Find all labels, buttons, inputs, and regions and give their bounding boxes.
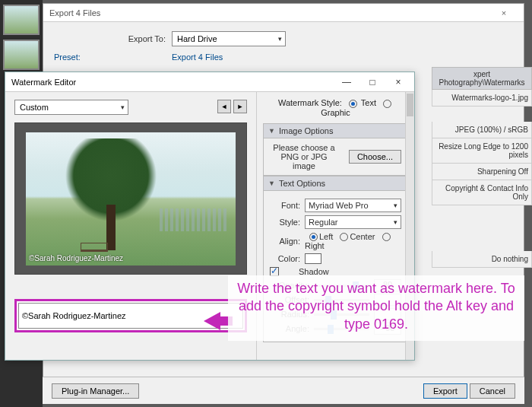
font-style-dropdown[interactable]: Regular▾ xyxy=(305,215,401,229)
align-left-label: Left xyxy=(319,232,333,241)
watermark-preview: ©Sarah Rodriguez-Martinez xyxy=(14,122,247,275)
thumbnail[interactable] xyxy=(3,40,40,70)
watermark-style-label: Watermark Style: xyxy=(278,98,342,107)
export-sharpen[interactable]: Sharpening Off xyxy=(432,164,532,180)
preview-next-button[interactable]: ► xyxy=(233,100,247,113)
export-to-label: Export To: xyxy=(54,34,172,43)
style-text-label: Text xyxy=(361,98,376,107)
preset-label: Preset: xyxy=(54,52,81,62)
files-count-label: Export 4 Files xyxy=(172,52,223,62)
export-close-button[interactable]: × xyxy=(490,8,518,17)
preview-photo: ©Sarah Rodriguez-Martinez xyxy=(26,132,236,266)
align-left-radio[interactable] xyxy=(309,233,318,241)
color-swatch[interactable] xyxy=(305,253,321,264)
annotation-arrow-icon xyxy=(204,312,220,330)
maximize-button[interactable]: □ xyxy=(359,77,385,87)
chevron-down-icon: ▾ xyxy=(394,202,397,209)
image-options-label: Image Options xyxy=(279,126,334,135)
export-to-dropdown[interactable]: Hard Drive ▾ xyxy=(172,31,286,46)
export-metadata[interactable]: Copyright & Contact Info Only xyxy=(432,180,532,205)
disclosure-triangle-icon: ▼ xyxy=(268,180,275,187)
watermark-title: Watermark Editor xyxy=(11,78,76,87)
plugin-manager-button[interactable]: Plug-in Manager... xyxy=(52,383,139,399)
text-options-label: Text Options xyxy=(279,179,325,188)
export-to-value: Hard Drive xyxy=(177,34,217,43)
export-title: Export 4 Files xyxy=(49,8,100,17)
image-hint: Please choose a PNG or JPG image xyxy=(270,143,338,170)
chevron-down-icon: ▾ xyxy=(394,218,397,226)
close-button[interactable]: × xyxy=(385,77,411,87)
font-style-label: Style: xyxy=(270,218,300,227)
export-filename[interactable]: Watermarks-logo-1.jpg xyxy=(432,90,532,107)
export-path: xpert Photography\Watermarks xyxy=(432,67,532,90)
watermark-titlebar: Watermark Editor — □ × xyxy=(5,72,414,92)
font-dropdown[interactable]: Myriad Web Pro▾ xyxy=(305,199,401,212)
export-resize[interactable]: Resize Long Edge to 1200 pixels xyxy=(432,138,532,164)
export-button[interactable]: Export xyxy=(423,383,467,399)
annotation-text: Write the text you want as watermark her… xyxy=(228,275,524,341)
export-postprocess[interactable]: Do nothing xyxy=(432,251,532,268)
chevron-down-icon: ▾ xyxy=(121,103,125,111)
align-center-label: Center xyxy=(350,232,375,241)
export-bottom-bar: Plug-in Manager... Export Cancel xyxy=(43,377,524,404)
chevron-down-icon: ▾ xyxy=(278,35,282,43)
thumbnail[interactable] xyxy=(3,5,40,35)
style-graphic-label: Graphic xyxy=(321,108,350,117)
watermark-preset-dropdown[interactable]: Custom ▾ xyxy=(14,100,128,115)
preview-watermark-text: ©Sarah Rodriguez-Martinez xyxy=(29,254,123,262)
align-center-radio[interactable] xyxy=(340,233,348,241)
color-label: Color: xyxy=(270,254,300,263)
font-value: Myriad Web Pro xyxy=(309,201,369,210)
export-summary-panel: xpert Photography\Watermarks Watermarks-… xyxy=(432,67,532,268)
align-label: Align: xyxy=(270,237,300,246)
align-right-label: Right xyxy=(305,241,325,250)
text-options-header[interactable]: ▼ Text Options xyxy=(263,176,408,191)
watermark-preset-value: Custom xyxy=(20,103,49,112)
export-titlebar: Export 4 Files × xyxy=(43,4,524,22)
choose-image-button[interactable]: Choose... xyxy=(349,150,401,164)
preview-prev-button[interactable]: ◄ xyxy=(217,100,231,113)
align-right-radio[interactable] xyxy=(382,233,391,241)
disclosure-triangle-icon: ▼ xyxy=(268,127,275,135)
minimize-button[interactable]: — xyxy=(334,77,359,87)
image-options-header[interactable]: ▼ Image Options xyxy=(263,123,408,138)
font-label: Font: xyxy=(270,201,300,210)
cancel-button[interactable]: Cancel xyxy=(470,383,515,399)
export-format[interactable]: JPEG (100%) / sRGB xyxy=(432,122,532,138)
font-style-value: Regular xyxy=(309,218,338,227)
style-graphic-radio[interactable] xyxy=(383,100,391,108)
style-text-radio[interactable] xyxy=(349,100,357,108)
